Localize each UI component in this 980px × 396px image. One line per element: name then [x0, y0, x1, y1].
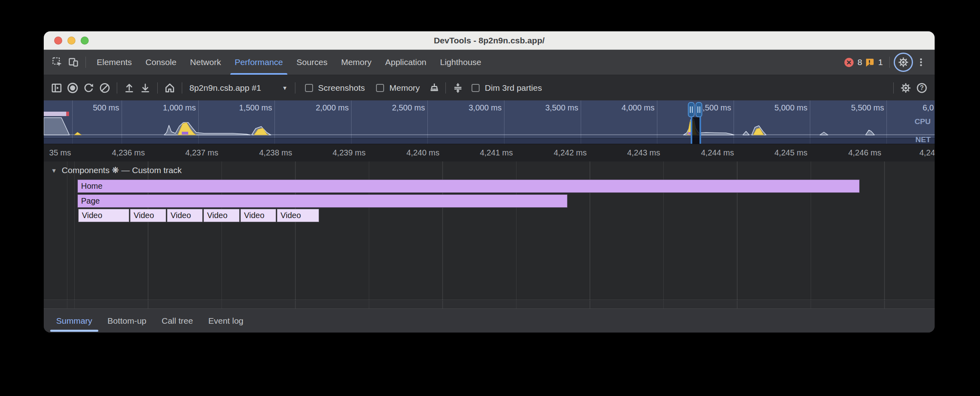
- selection-right-handle[interactable]: [695, 102, 702, 117]
- selection-window[interactable]: [692, 117, 699, 144]
- track-entry-page[interactable]: Page: [77, 194, 567, 208]
- divider: [445, 82, 446, 94]
- target-selector-dropdown[interactable]: 8p2n9n.csb.app #1 ▼: [186, 83, 291, 93]
- main-tabbar: Elements Console Network Performance Sou…: [44, 50, 935, 75]
- maximize-button[interactable]: [81, 37, 89, 45]
- record-and-reload-button[interactable]: [81, 80, 97, 96]
- performance-toolbar: 8p2n9n.csb.app #1 ▼ Screenshots Memory D…: [44, 75, 935, 100]
- minimize-button[interactable]: [67, 37, 75, 45]
- ruler-tick: 4,241 ms: [453, 148, 513, 157]
- track-entry-video[interactable]: Video: [203, 209, 240, 222]
- ruler-tick: 4,245 ms: [747, 148, 807, 157]
- dim-3rd-parties-checkbox[interactable]: Dim 3rd parties: [472, 83, 542, 93]
- tab-performance[interactable]: Performance: [228, 50, 290, 75]
- device-toolbar-button[interactable]: [65, 54, 81, 70]
- divider: [295, 82, 295, 94]
- close-button[interactable]: [54, 37, 62, 45]
- divider: [889, 57, 890, 68]
- overview-tick: 5,000 ms: [747, 103, 807, 112]
- overview-tick: 2,000 ms: [289, 103, 349, 112]
- network-strip: [44, 138, 935, 144]
- more-options-button[interactable]: [913, 54, 929, 70]
- divider: [85, 57, 86, 68]
- live-metrics-home-button[interactable]: [162, 80, 178, 96]
- ruler-tick: 4,237 ms: [158, 148, 218, 157]
- checkbox-box: [472, 84, 480, 92]
- divider: [157, 82, 158, 94]
- checkbox-box: [305, 84, 313, 92]
- ruler-tick: 4,239 ms: [305, 148, 366, 157]
- error-count: 8: [858, 57, 862, 67]
- collapse-triangle-icon: ▼: [51, 167, 57, 174]
- tab-elements[interactable]: Elements: [90, 50, 139, 75]
- tracks-footer-band: [44, 300, 935, 308]
- checkbox-box: [376, 84, 384, 92]
- cpu-label: CPU: [915, 117, 931, 126]
- ruler-tick: 4,246 ms: [821, 148, 881, 157]
- custom-track-header[interactable]: ▼ Components ❋ — Custom track: [44, 164, 182, 176]
- capture-settings-button[interactable]: [898, 80, 914, 96]
- ruler-tick: 4,244 ms: [674, 148, 734, 157]
- overview-tick: 4,000 ms: [594, 103, 655, 112]
- titlebar[interactable]: DevTools - 8p2n9n.csb.app/: [44, 31, 935, 50]
- divider: [117, 82, 117, 94]
- tab-sources[interactable]: Sources: [290, 50, 334, 75]
- shortcuts-collapse-button[interactable]: [450, 80, 466, 96]
- tab-summary[interactable]: Summary: [49, 309, 100, 333]
- ruler-tick: 35 ms: [44, 148, 71, 157]
- svg-text:?: ?: [920, 84, 924, 91]
- selection-left-handle[interactable]: [688, 102, 695, 117]
- tab-memory[interactable]: Memory: [334, 50, 378, 75]
- tab-network[interactable]: Network: [183, 50, 228, 75]
- overview-tick: 2,500 ms: [365, 103, 425, 112]
- track-entry-video[interactable]: Video: [78, 209, 129, 222]
- window-title: DevTools - 8p2n9n.csb.app/: [434, 36, 545, 45]
- track-entry-video[interactable]: Video: [240, 209, 276, 222]
- track-entry-home[interactable]: Home: [77, 180, 860, 193]
- track-entry-video[interactable]: Video: [130, 209, 166, 222]
- issue-icon: [864, 57, 874, 67]
- flamechart-area[interactable]: ▼ Components ❋ — Custom track Home Page …: [44, 161, 935, 308]
- ruler-tick: 4,243 ms: [600, 148, 660, 157]
- tab-call-tree[interactable]: Call tree: [154, 309, 201, 333]
- ruler-tick: 4,236 ms: [85, 148, 145, 157]
- issue-count: 1: [878, 57, 883, 67]
- tab-event-log[interactable]: Event log: [201, 309, 251, 333]
- settings-button-focused[interactable]: [894, 53, 913, 72]
- load-profile-button[interactable]: [121, 80, 137, 96]
- chevron-down-icon: ▼: [282, 85, 288, 91]
- overview-tick: 1,500 ms: [212, 103, 272, 112]
- selection-right-line: [699, 116, 701, 144]
- tab-console[interactable]: Console: [139, 50, 183, 75]
- toggle-sidebar-button[interactable]: [49, 80, 65, 96]
- ruler-tick: 4,238 ms: [232, 148, 292, 157]
- overview-tick: 6,0: [923, 103, 934, 112]
- tab-lighthouse[interactable]: Lighthouse: [433, 50, 488, 75]
- ruler-tick: 4,242 ms: [527, 148, 587, 157]
- tab-application[interactable]: Application: [378, 50, 433, 75]
- memory-checkbox[interactable]: Memory: [376, 83, 420, 93]
- issues-badge[interactable]: 1: [864, 57, 883, 67]
- tab-bottom-up[interactable]: Bottom-up: [100, 309, 154, 333]
- timeline-overview[interactable]: 500 ms 1,000 ms 1,500 ms 2,000 ms 2,500 …: [44, 100, 935, 144]
- screenshots-checkbox[interactable]: Screenshots: [305, 83, 365, 93]
- custom-track-title: Components ❋ — Custom track: [62, 165, 182, 175]
- details-tabbar: Summary Bottom-up Call tree Event log: [44, 308, 935, 333]
- save-profile-button[interactable]: [137, 80, 153, 96]
- divider: [893, 82, 894, 94]
- track-entry-video[interactable]: Video: [167, 209, 203, 222]
- detail-time-ruler: 35 ms 4,236 ms 4,237 ms 4,238 ms 4,239 m…: [44, 144, 935, 161]
- clear-button[interactable]: [97, 80, 113, 96]
- kebab-menu-icon: [916, 57, 926, 67]
- inspect-element-button[interactable]: [49, 54, 65, 70]
- error-icon: [844, 57, 854, 67]
- collect-garbage-button[interactable]: [425, 80, 441, 96]
- track-entry-video[interactable]: Video: [277, 209, 319, 222]
- traffic-lights: [54, 37, 89, 45]
- ruler-tick: 4,240 ms: [379, 148, 439, 157]
- record-button[interactable]: [65, 80, 81, 96]
- console-error-badge[interactable]: 8: [844, 57, 862, 67]
- overview-tick: 1,000 ms: [136, 103, 196, 112]
- overview-tick: 3,500 ms: [518, 103, 578, 112]
- help-button[interactable]: ?: [914, 80, 930, 96]
